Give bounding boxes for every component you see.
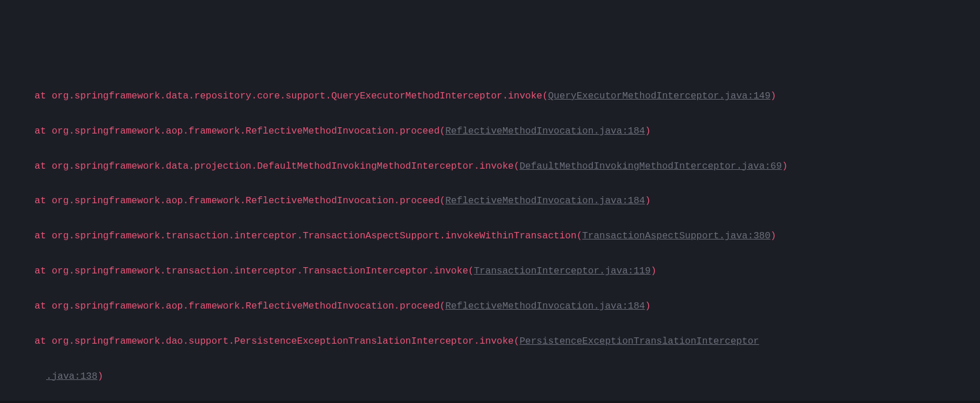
stack-frame: at org.springframework.transaction.inter… xyxy=(12,263,975,280)
frame-close: ) xyxy=(97,371,103,382)
source-link[interactable]: TransactionInterceptor.java:119 xyxy=(474,265,650,276)
frame-call: org.springframework.data.repository.core… xyxy=(52,90,548,101)
frame-call: org.springframework.transaction.intercep… xyxy=(52,265,474,276)
frame-call: org.springframework.aop.framework.Reflec… xyxy=(52,195,445,206)
stack-frame: at org.springframework.data.projection.D… xyxy=(12,158,975,175)
at-keyword: at xyxy=(35,265,52,276)
frame-call: org.springframework.data.projection.Defa… xyxy=(52,161,520,172)
frame-close: ) xyxy=(650,265,656,276)
stack-frame: at org.springframework.data.repository.c… xyxy=(12,88,975,105)
source-link[interactable]: ReflectiveMethodInvocation.java:184 xyxy=(445,126,645,136)
frame-close: ) xyxy=(645,195,651,206)
frame-call: org.springframework.aop.framework.Reflec… xyxy=(52,126,445,136)
at-keyword: at xyxy=(35,90,52,101)
frame-call: org.springframework.aop.framework.Reflec… xyxy=(52,301,445,311)
source-link[interactable]: QueryExecutorMethodInterceptor.java:149 xyxy=(548,90,770,101)
at-keyword: at xyxy=(35,230,52,241)
frame-close: ) xyxy=(645,126,651,136)
at-keyword: at xyxy=(35,336,52,347)
at-keyword: at xyxy=(35,301,52,311)
source-link[interactable]: PersistenceExceptionTranslationIntercept… xyxy=(520,336,759,347)
stack-frame: at org.springframework.transaction.inter… xyxy=(12,227,975,245)
frame-call: org.springframework.transaction.intercep… xyxy=(52,230,582,241)
at-keyword: at xyxy=(35,195,52,206)
source-link[interactable]: ReflectiveMethodInvocation.java:184 xyxy=(445,301,645,311)
at-keyword: at xyxy=(35,161,52,172)
frame-close: ) xyxy=(782,161,788,172)
source-link[interactable]: DefaultMethodInvokingMethodInterceptor.j… xyxy=(520,161,782,172)
source-link[interactable]: TransactionAspectSupport.java:380 xyxy=(582,230,771,241)
stack-frame: at org.springframework.dao.support.Persi… xyxy=(12,333,975,350)
bottom-bar xyxy=(0,401,980,403)
source-link[interactable]: ReflectiveMethodInvocation.java:184 xyxy=(445,195,645,206)
frame-close: ) xyxy=(770,90,776,101)
console-output: at org.springframework.data.repository.c… xyxy=(12,70,975,403)
stack-frame: at org.springframework.aop.framework.Ref… xyxy=(12,192,975,210)
stack-frame: at org.springframework.aop.framework.Ref… xyxy=(12,298,975,315)
frame-close: ) xyxy=(770,230,776,241)
stack-frame: at org.springframework.aop.framework.Ref… xyxy=(12,123,975,140)
source-link[interactable]: .java:138 xyxy=(46,371,97,382)
frame-call: org.springframework.dao.support.Persiste… xyxy=(52,336,520,347)
at-keyword: at xyxy=(35,126,52,136)
stack-frame-continuation: .java:138) xyxy=(12,368,975,385)
frame-close: ) xyxy=(645,301,651,311)
